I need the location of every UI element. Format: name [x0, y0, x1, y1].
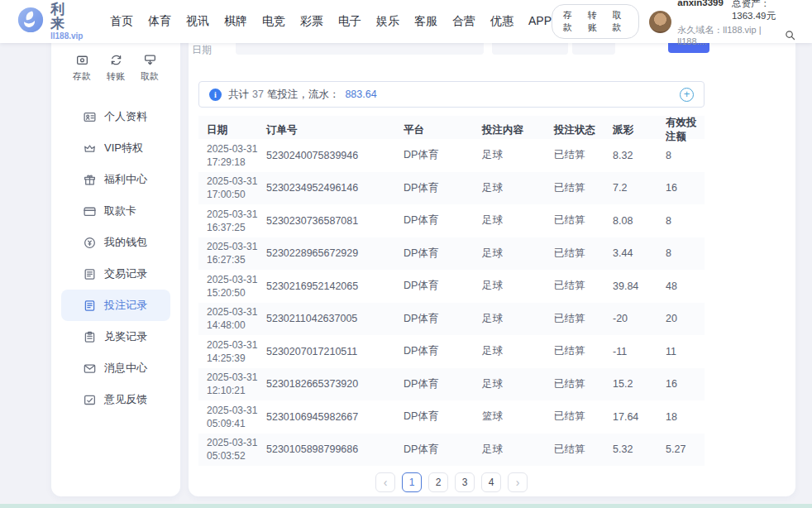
sidebar-menu-item[interactable]: 取款卡: [61, 195, 170, 227]
cell-platform: DP体育: [395, 344, 474, 358]
table-row[interactable]: 2025-03-3116:27:35 5230228965672929 DP体育…: [198, 237, 705, 271]
cell-valid-bet: 16: [657, 378, 705, 390]
sidebar-menu-item[interactable]: 投注记录: [61, 290, 170, 321]
table-row[interactable]: 2025-03-3117:00:50 5230234952496146 DP体育…: [198, 172, 705, 205]
nav-item[interactable]: 优惠: [490, 14, 513, 29]
brand-name: 利 来: [50, 2, 92, 31]
withdraw-icon: [143, 53, 157, 67]
permanent-domain: 永久域名：ll188.vip | ll188....: [677, 24, 781, 46]
sidebar-menu-item[interactable]: 交易记录: [61, 258, 170, 290]
column-header: 投注状态: [546, 123, 604, 137]
expand-plus-icon[interactable]: +: [680, 88, 694, 102]
page-button[interactable]: 2: [428, 472, 448, 492]
sidebar-menu-item[interactable]: 福利中心: [61, 164, 170, 195]
nav-item[interactable]: 娱乐: [376, 14, 399, 29]
deposit-icon: [75, 53, 89, 67]
cell-payout: 39.84: [604, 280, 657, 292]
cell-bet-content: 篮球: [474, 410, 546, 424]
cell-valid-bet: 8: [657, 247, 705, 259]
cell-valid-bet: 48: [657, 280, 705, 292]
nav-item[interactable]: 彩票: [300, 14, 323, 29]
prev-page-button[interactable]: ‹: [375, 472, 395, 492]
cell-payout: 15.2: [604, 378, 657, 390]
cell-bet-status: 已结算: [546, 247, 604, 261]
cell-payout: 7.2: [604, 182, 657, 194]
table-row[interactable]: 2025-03-3112:10:21 5230182665373920 DP体育…: [198, 368, 705, 401]
page-button[interactable]: 3: [455, 472, 475, 492]
cell-bet-content: 足球: [474, 247, 546, 261]
top-header: 利 来 ll188.vip 首页体育视讯棋牌电竞彩票电子娱乐客服合营优惠APP …: [0, 0, 812, 43]
quick-action[interactable]: 取款: [141, 53, 159, 83]
quick-action[interactable]: 转账: [107, 53, 125, 83]
table-row[interactable]: 2025-03-3117:29:18 5230240075839946 DP体育…: [198, 139, 705, 172]
table-row[interactable]: 2025-03-3105:09:41 5230106945982667 DP体育…: [198, 400, 705, 434]
total-assets: 总资产：1363.49元: [732, 0, 795, 22]
table-row[interactable]: 2025-03-3115:20:50 5230216952142065 DP体育…: [198, 270, 705, 303]
cell-valid-bet: 20: [657, 313, 705, 324]
header-transfer-link[interactable]: 转账: [588, 9, 604, 34]
wallet-pill: 存款 转账 取款: [552, 4, 639, 39]
cell-order-number: 5230106945982667: [258, 411, 395, 423]
quick-action[interactable]: 存款: [73, 53, 91, 83]
cell-payout: -11: [604, 346, 657, 357]
cell-date: 2025-03-3116:27:35: [198, 240, 258, 266]
sidebar-menu-item[interactable]: 意见反馈: [61, 384, 170, 415]
search-icon[interactable]: [785, 30, 795, 41]
cell-date: 2025-03-3114:48:00: [198, 305, 258, 332]
page-button[interactable]: 1: [402, 472, 422, 492]
brand-logo[interactable]: 利 来 ll188.vip: [17, 2, 92, 41]
table-row[interactable]: 2025-03-3116:37:25 5230230736587081 DP体育…: [198, 204, 705, 237]
cell-order-number: 5230240075839946: [258, 150, 395, 161]
cell-bet-status: 已结算: [546, 377, 604, 391]
sidebar-menu-item[interactable]: VIP特权: [61, 132, 170, 164]
cell-bet-status: 已结算: [546, 443, 604, 457]
cell-order-number: 5230228965672929: [258, 247, 395, 259]
nav-item[interactable]: 首页: [110, 14, 133, 29]
footer-accent-strip: [0, 504, 812, 508]
column-header: 订单号: [258, 123, 395, 137]
column-header: 投注内容: [474, 123, 546, 137]
cell-date: 2025-03-3117:29:18: [198, 142, 258, 169]
summary-text: 共计37笔投注，流水：883.64: [228, 88, 377, 102]
table-row[interactable]: 2025-03-3114:48:00 5230211042637005 DP体育…: [198, 303, 705, 336]
cell-valid-bet: 16: [657, 182, 705, 194]
nav-item[interactable]: 体育: [148, 14, 171, 29]
cell-order-number: 5230216952142065: [258, 280, 395, 292]
nav-item[interactable]: APP: [528, 14, 552, 29]
cell-bet-content: 足球: [474, 443, 546, 457]
sidebar-menu-item[interactable]: 我的钱包: [61, 227, 170, 258]
nav-item[interactable]: 棋牌: [224, 14, 247, 29]
sidebar-menu-item[interactable]: 个人资料: [61, 101, 170, 132]
page-button[interactable]: 4: [481, 472, 501, 492]
table-row[interactable]: 2025-03-3114:25:39 5230207017210511 DP体育…: [198, 335, 705, 368]
brand-logo-icon: [17, 6, 45, 37]
next-page-button[interactable]: ›: [508, 472, 528, 492]
nav-item[interactable]: 客服: [414, 14, 437, 29]
sidebar-menu-item[interactable]: 消息中心: [61, 352, 170, 384]
user-block[interactable]: anxin3399 总资产：1363.49元 永久域名：ll188.vip | …: [649, 0, 795, 46]
cell-payout: 3.44: [604, 247, 657, 259]
nav-item[interactable]: 电竞: [262, 14, 285, 29]
cell-valid-bet: 5.27: [657, 443, 705, 455]
table-row[interactable]: 2025-03-3105:03:52 5230105898799686 DP体育…: [198, 434, 705, 467]
user-avatar[interactable]: [649, 11, 671, 33]
sidebar-menu-item[interactable]: 兑奖记录: [61, 321, 170, 352]
header-deposit-link[interactable]: 存款: [563, 9, 579, 34]
header-withdraw-link[interactable]: 取款: [613, 9, 628, 34]
cell-bet-status: 已结算: [546, 410, 604, 424]
nav-item[interactable]: 电子: [338, 14, 361, 29]
nav-item[interactable]: 合营: [452, 14, 475, 29]
nav-item[interactable]: 视讯: [186, 14, 209, 29]
bet-records-table: 日期订单号平台投注内容投注状态派彩有效投注额 2025-03-3117:29:1…: [198, 116, 705, 466]
summary-bar: i 共计37笔投注，流水：883.64 +: [198, 81, 705, 108]
cell-bet-content: 足球: [474, 181, 546, 195]
cell-valid-bet: 18: [657, 411, 705, 423]
cell-bet-content: 足球: [474, 148, 546, 162]
cell-valid-bet: 11: [657, 346, 705, 357]
header-right: 存款 转账 取款 anxin3399 总资产：1363.49元 永久域名：ll1…: [552, 0, 795, 46]
cell-payout: 5.32: [604, 443, 657, 455]
info-icon: i: [209, 89, 222, 101]
cell-platform: DP体育: [395, 377, 474, 391]
cell-platform: DP体育: [395, 148, 474, 162]
transfer-icon: [109, 53, 123, 67]
